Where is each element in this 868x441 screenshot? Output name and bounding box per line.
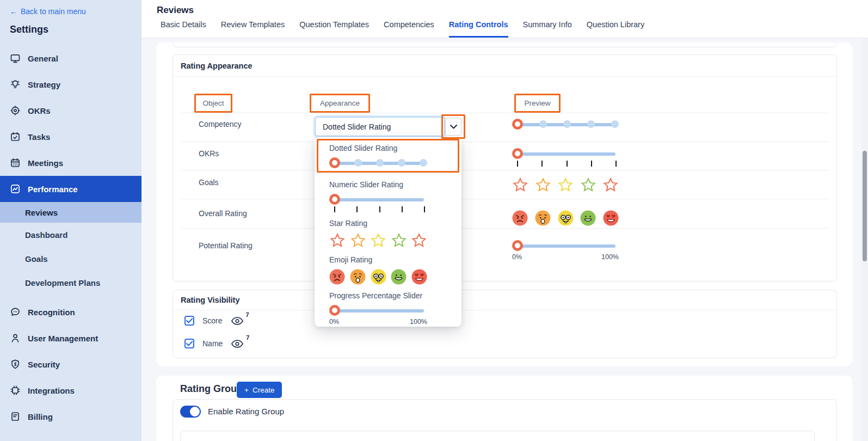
name-checkbox[interactable] (184, 339, 194, 348)
slider-handle (329, 305, 340, 316)
sidebar-item-label: OKRs (28, 106, 51, 115)
annotation-box-appearance-column: Appearance (310, 94, 370, 113)
dropdown-option-star-rating[interactable]: Star Rating (329, 219, 427, 249)
back-arrow-icon: ← (10, 7, 17, 16)
main-content: Rating Appearance Rating Visibility Obje… (141, 38, 868, 441)
rating-groups-panel: Rating Groups + Create Enable Rating Gro… (156, 376, 852, 441)
preview-progress-percentage-slider: 0% 100% (512, 240, 619, 261)
sidebar-subitem-goals[interactable]: Goals (0, 247, 141, 271)
rating-group-box: Enable Rating Group (173, 399, 837, 441)
tab-question-templates[interactable]: Question Templates (299, 20, 369, 38)
sidebar-item-security[interactable]: Security (0, 351, 141, 377)
nav-divider-gap (0, 295, 141, 299)
tab-review-templates[interactable]: Review Templates (221, 20, 285, 38)
rating-appearance-section: Rating Appearance (173, 54, 837, 281)
star-icon (350, 232, 366, 249)
emoji-nerd-icon (371, 269, 386, 285)
sidebar-item-performance[interactable]: Performance (0, 176, 141, 202)
scrollbar-thumb[interactable] (863, 151, 867, 261)
star-icon (535, 177, 551, 193)
sidebar-item-meetings[interactable]: Meetings (0, 150, 141, 176)
progress-max-label: 100% (410, 318, 427, 326)
tab-basic-details[interactable]: Basic Details (161, 20, 206, 38)
slider-ticks (517, 161, 617, 167)
star-icon (370, 232, 386, 249)
rating-visibility-section: Rating Visibility (173, 290, 837, 358)
previous-section-edge (173, 42, 837, 47)
back-to-main-menu-link[interactable]: ← Back to main menu (10, 7, 86, 16)
sidebar-item-label: General (28, 54, 58, 63)
star-icon (391, 232, 407, 249)
calendar-icon (10, 157, 21, 168)
dropdown-option-progress-percentage-slider[interactable]: Progress Percentage Slider 0% 100% (329, 291, 427, 326)
sidebar-item-billing[interactable]: Billing (0, 403, 141, 430)
check-icon (186, 341, 193, 346)
sidebar-subitem-development-plans[interactable]: Development Plans (0, 271, 141, 295)
progress-max-label: 100% (601, 253, 619, 261)
toggle-knob (190, 407, 200, 416)
emoji-nerd-icon (558, 210, 574, 226)
name-eye-toggle[interactable]: 7 (231, 339, 244, 351)
emoji-grinning-icon (580, 210, 596, 226)
create-button-label: Create (253, 386, 275, 394)
star-icon (411, 232, 427, 249)
dropdown-option-numeric-slider[interactable]: Numeric Slider Rating (329, 180, 427, 212)
tab-competencies[interactable]: Competencies (384, 20, 434, 38)
sidebar-subitem-reviews[interactable]: Reviews (0, 202, 141, 223)
sidebar-subitem-label: Goals (25, 254, 48, 264)
score-eye-toggle[interactable]: 7 (231, 316, 244, 328)
plus-icon: + (244, 386, 249, 394)
rating-controls-panel: Rating Appearance Rating Visibility (156, 42, 852, 366)
tab-summary-info[interactable]: Summary Info (523, 20, 572, 38)
tab-rating-controls[interactable]: Rating Controls (449, 20, 508, 38)
tab-bar: Basic Details Review Templates Question … (161, 20, 644, 38)
preview-numeric-slider (512, 148, 619, 167)
slider-dot (587, 120, 595, 128)
sidebar-item-strategy[interactable]: Strategy (0, 71, 141, 97)
sidebar-item-tasks[interactable]: Tasks (0, 124, 141, 150)
appearance-dropdown: Dotted Slider Rating Numeric Slider Rati… (315, 137, 461, 327)
option-label: Progress Percentage Slider (329, 291, 427, 300)
sidebar-item-integrations[interactable]: Integrations (0, 377, 141, 403)
option-label: Emoji Rating (329, 255, 427, 264)
back-link-label: Back to main menu (21, 7, 86, 16)
tab-question-library[interactable]: Question Library (587, 20, 644, 38)
sidebar-item-user-management[interactable]: User Management (0, 325, 141, 351)
sidebar-item-general[interactable]: General (0, 45, 141, 71)
row-divider (181, 228, 828, 229)
sidebar-item-okrs[interactable]: OKRs (0, 97, 141, 124)
sidebar-item-label: Tasks (28, 132, 50, 142)
slider-handle (329, 194, 340, 205)
section-divider (173, 76, 836, 77)
annotation-box-selected-option (317, 139, 459, 173)
slider-handle[interactable] (512, 148, 523, 159)
score-checkbox[interactable] (184, 316, 194, 326)
sidebar-subitem-dashboard[interactable]: Dashboard (0, 223, 141, 247)
create-rating-group-button[interactable]: + Create (237, 382, 282, 398)
column-header-appearance: Appearance (320, 99, 360, 107)
select-chevron-button[interactable] (445, 118, 461, 136)
scrollbar-track[interactable] (861, 38, 868, 441)
slider-handle[interactable] (512, 119, 523, 130)
emoji-heart-eyes-icon (411, 269, 427, 285)
slider-ticks (334, 206, 425, 212)
row-label-competency: Competency (199, 120, 242, 128)
visibility-row-score: Score 7 (184, 316, 244, 328)
progress-min-label: 0% (329, 318, 339, 326)
sidebar-item-recognition[interactable]: Recognition (0, 299, 141, 325)
enable-rating-group-toggle[interactable] (180, 406, 201, 418)
star-icon (580, 177, 596, 193)
row-divider (181, 113, 828, 113)
option-label: Numeric Slider Rating (329, 180, 427, 189)
sidebar: ← Back to main menu Settings General Str… (0, 0, 141, 441)
billing-doc-icon (10, 411, 21, 422)
dropdown-option-emoji-rating[interactable]: Emoji Rating (329, 255, 427, 285)
chip-icon (10, 385, 21, 396)
page-title: Reviews (157, 5, 194, 16)
sidebar-item-label: User Management (28, 334, 98, 343)
slider-handle[interactable] (512, 240, 523, 251)
user-icon (10, 333, 21, 344)
option-label: Star Rating (329, 219, 427, 228)
appearance-select[interactable]: Dotted Slider Rating (315, 117, 445, 137)
visibility-label: Name (202, 339, 223, 348)
